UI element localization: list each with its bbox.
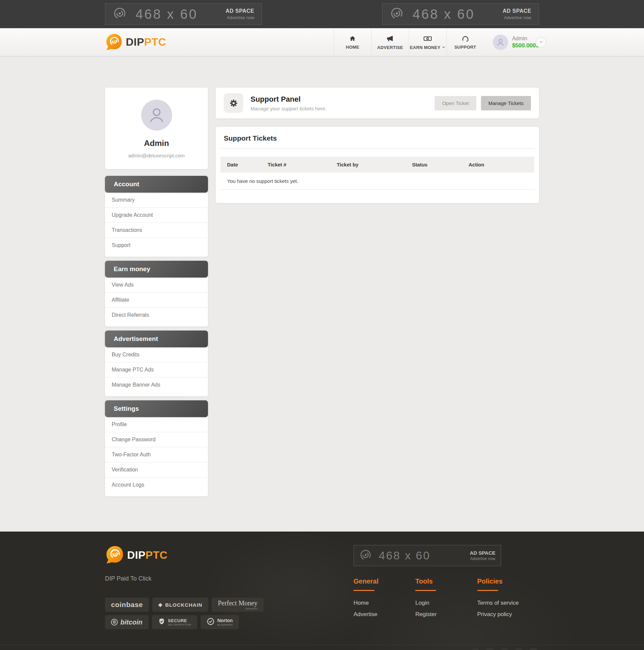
- ad-banner-top-left[interactable]: 468 x 60 AD SPACE Advertise now: [105, 3, 262, 25]
- sidebar-section-advertisement: Advertisement Buy Credits Manage PTC Ads…: [105, 330, 208, 396]
- sidebar-item-view-ads[interactable]: View Ads: [105, 278, 208, 293]
- section-title: Account: [105, 176, 208, 193]
- brand-bird-icon: [105, 33, 122, 52]
- ad-banner-footer[interactable]: 468 x 60 AD SPACE Advertise now: [353, 545, 501, 566]
- brand-name-primary: DIP: [126, 36, 144, 48]
- sidebar-item-account-logs[interactable]: Account Logs: [105, 477, 208, 492]
- sidebar-item-verification[interactable]: Verification: [105, 462, 208, 477]
- footer-bottom-bar: All rights reserved byDIP Paid To Click …: [0, 645, 644, 650]
- main-content: Admin admin@deluxescript.com Account Sum…: [0, 57, 644, 532]
- bitcoin-icon: B: [111, 619, 118, 625]
- sidebar-item-manage-banner-ads[interactable]: Manage Banner Ads: [105, 377, 208, 392]
- ad-size-text: 468 x 60: [136, 7, 197, 22]
- money-bill-icon: [423, 35, 432, 43]
- norton-check-icon: [206, 617, 215, 627]
- sidebar-item-profile[interactable]: Profile: [105, 417, 208, 432]
- sidebar-item-support[interactable]: Support: [105, 238, 208, 253]
- empty-row: You have no support tickets yet.: [220, 173, 534, 190]
- sidebar-item-manage-ptc-ads[interactable]: Manage PTC Ads: [105, 362, 208, 377]
- gear-icon: [224, 93, 243, 113]
- footer-link-register[interactable]: Register: [415, 611, 477, 618]
- user-balance: $500.0003: [512, 42, 539, 49]
- footer: DIPPTC DIP Paid To Click coinbase ◆ BLOC…: [0, 532, 644, 650]
- diamond-icon: ◆: [158, 602, 163, 608]
- support-tickets-card: Support Tickets Date Ticket # Ticket by …: [216, 127, 539, 203]
- advertise-now-link[interactable]: Advertise now: [226, 15, 255, 20]
- ad-size-text: 468 x 60: [413, 7, 475, 22]
- advertise-now-link[interactable]: Advertise now: [470, 556, 495, 561]
- footer-link-terms[interactable]: Terms of service: [477, 600, 539, 606]
- header-dropdown-toggle[interactable]: [536, 37, 546, 48]
- advertise-now-link[interactable]: Advertise now: [503, 15, 532, 20]
- tickets-table: Date Ticket # Ticket by Status Action Yo…: [220, 157, 534, 190]
- profile-card: Admin admin@deluxescript.com: [105, 87, 208, 169]
- norton-badge: Norton by Symantec: [200, 615, 239, 629]
- ad-space-label: AD SPACE: [226, 8, 255, 14]
- blockchain-badge: ◆ BLOCKCHAIN: [152, 598, 208, 612]
- footer-link-home[interactable]: Home: [353, 600, 415, 606]
- site-logo[interactable]: DIPPTC: [105, 28, 166, 56]
- footer-link-advertise[interactable]: Advertise: [353, 611, 415, 618]
- footer-link-privacy[interactable]: Privacy policy: [477, 611, 539, 618]
- instagram-icon[interactable]: [499, 648, 510, 650]
- page-subtitle: Manage your support tickets here.: [251, 106, 327, 111]
- section-title: Advertisement: [105, 330, 208, 347]
- email-icon[interactable]: [528, 648, 539, 650]
- payment-badges: coinbase ◆ BLOCKCHAIN Perfect Money just…: [105, 598, 266, 629]
- col-date: Date: [220, 157, 264, 173]
- secure-ssl-badge: SECURE SSL ENCRYPTION: [152, 615, 197, 629]
- twitter-icon[interactable]: [484, 648, 496, 650]
- facebook-icon[interactable]: [470, 648, 481, 650]
- youtube-icon[interactable]: [513, 648, 525, 650]
- footer-link-login[interactable]: Login: [415, 600, 477, 606]
- ad-space-label: AD SPACE: [470, 550, 495, 556]
- content-column: Support Panel Manage your support ticket…: [216, 87, 539, 203]
- nav-item-advertise[interactable]: ADVERTISE: [371, 28, 409, 56]
- open-ticket-button[interactable]: Open Ticket: [435, 96, 476, 110]
- sidebar-item-transactions[interactable]: Transactions: [105, 223, 208, 238]
- chevron-down-icon: [442, 45, 446, 50]
- sidebar-item-change-password[interactable]: Change Password: [105, 432, 208, 447]
- footer-right-block: 468 x 60 AD SPACE Advertise now General …: [353, 545, 539, 629]
- section-title: Earn money: [105, 261, 208, 278]
- sidebar-item-buy-credits[interactable]: Buy Credits: [105, 347, 208, 362]
- bitcoin-badge: B bitcoin: [105, 615, 149, 629]
- profile-avatar: [141, 100, 172, 131]
- shield-check-icon: [158, 618, 165, 626]
- ad-target-icon: [359, 549, 372, 563]
- user-menu[interactable]: Admin $500.0003: [484, 28, 539, 56]
- sidebar-section-settings: Settings Profile Change Password Two-Fac…: [105, 400, 208, 496]
- manage-tickets-button[interactable]: Manage Tickets: [481, 96, 531, 110]
- profile-name: Admin: [112, 139, 201, 148]
- megaphone-icon: [386, 35, 394, 43]
- main-nav: HOME ADVERTISE EARN MONEY: [334, 28, 539, 56]
- social-links: [470, 648, 539, 650]
- section-title: Settings: [105, 400, 208, 417]
- page-title: Support Panel: [251, 95, 327, 104]
- ad-banner-top-right[interactable]: 468 x 60 AD SPACE Advertise now: [382, 3, 539, 25]
- sidebar-item-two-factor-auth[interactable]: Two-Factor Auth: [105, 447, 208, 462]
- sidebar-item-affiliate[interactable]: Affiliate: [105, 293, 208, 308]
- sidebar-section-earn-money: Earn money View Ads Affiliate Direct Ref…: [105, 261, 208, 326]
- ad-target-icon: [390, 6, 404, 22]
- nav-item-support[interactable]: SUPPORT: [447, 28, 484, 56]
- nav-item-home[interactable]: HOME: [334, 28, 371, 56]
- tickets-title: Support Tickets: [216, 127, 539, 148]
- sidebar-item-direct-referrals[interactable]: Direct Referrals: [105, 308, 208, 323]
- perfect-money-badge: Perfect Money just perfect: [212, 598, 263, 612]
- coinbase-badge: coinbase: [105, 598, 149, 612]
- footer-tagline: DIP Paid To Click: [105, 575, 313, 582]
- support-panel-card: Support Panel Manage your support ticket…: [216, 87, 539, 118]
- col-ticket-by: Ticket by: [333, 157, 409, 173]
- nav-item-earn-money[interactable]: EARN MONEY: [409, 28, 447, 56]
- sidebar-item-upgrade-account[interactable]: Upgrade Account: [105, 208, 208, 223]
- col-status: Status: [409, 157, 465, 173]
- ad-space-label: AD SPACE: [503, 8, 532, 14]
- footer-column-policies: Policies Terms of service Privacy policy: [477, 578, 539, 618]
- headset-icon: [461, 35, 469, 42]
- ad-size-text: 468 x 60: [379, 549, 430, 562]
- user-avatar: [493, 35, 508, 50]
- footer-logo[interactable]: DIPPTC: [105, 545, 313, 565]
- header: DIPPTC HOME ADVERTISE EARN MONEY: [0, 28, 644, 57]
- sidebar-item-summary[interactable]: Summary: [105, 193, 208, 208]
